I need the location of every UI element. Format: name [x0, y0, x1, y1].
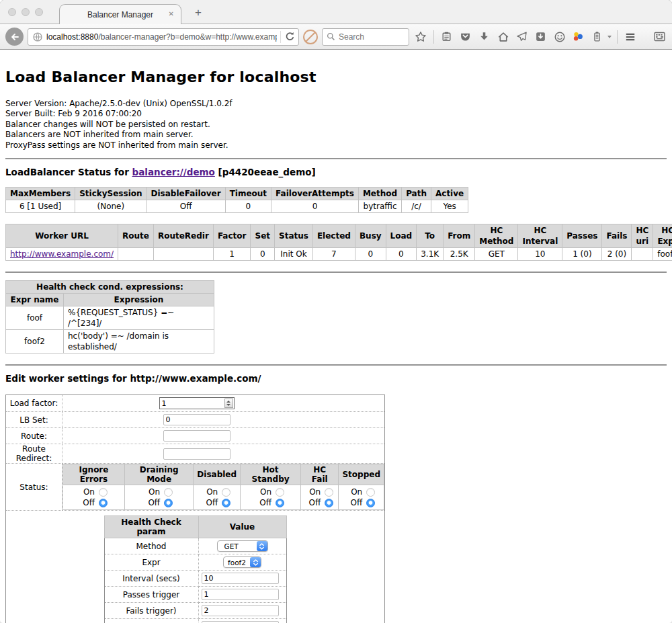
globe-icon[interactable]: [32, 32, 43, 42]
page-content: Load Balancer Manager for localhost Serv…: [0, 50, 672, 623]
col-maxmembers: MaxMembers: [6, 188, 75, 200]
tab-balancer-manager[interactable]: Balancer Manager ✕: [59, 4, 181, 24]
downloads-icon[interactable]: [477, 30, 492, 44]
send-tab-icon[interactable]: [515, 30, 530, 44]
disabled-on-radio[interactable]: [222, 488, 230, 497]
back-arrow-icon: [9, 32, 20, 42]
bookmark-star-icon[interactable]: [413, 30, 428, 44]
blocked-extension-icon[interactable]: [303, 30, 318, 44]
status-cell-hc-fail: On Off: [301, 485, 339, 510]
status-cell-stopped: On Off: [339, 485, 384, 510]
balancer-status-heading: LoadBalancer Status for balancer://demo …: [5, 167, 667, 177]
status-cell-disabled: On Off: [194, 485, 241, 510]
extension-download-icon[interactable]: [534, 30, 548, 44]
fails-label: Fails trigger): [104, 603, 198, 619]
close-window-button[interactable]: [8, 8, 16, 16]
hot-standby-on-radio[interactable]: [276, 488, 284, 497]
pocket-icon[interactable]: [458, 30, 473, 44]
form-row-load-factor: Load factor:: [6, 395, 385, 412]
form-row-lb-set: LB Set:: [6, 412, 385, 428]
ignore-errors-off-radio[interactable]: [99, 499, 108, 507]
status-cell-hot-standby: On Off: [241, 485, 301, 510]
col-expression: Expression: [64, 294, 214, 306]
server-version-line: Server Version: Apache/2.5.0-dev (Unix) …: [5, 99, 667, 109]
new-tab-button[interactable]: +: [195, 6, 202, 19]
zoom-window-button[interactable]: [35, 8, 43, 16]
disabled-off-radio[interactable]: [222, 499, 230, 507]
url-path: /balancer-manager?b=demo&w=http://www.ex…: [98, 32, 277, 42]
fails-input[interactable]: [202, 605, 279, 616]
draining-mode-off-radio[interactable]: [164, 499, 173, 507]
col-stopped: Stopped: [339, 464, 384, 485]
load-factor-label: Load factor:: [6, 395, 62, 412]
worker-url-link[interactable]: http://www.example.com/: [10, 249, 114, 259]
browser-window: Balancer Manager ✕ + localhost:8880/bala…: [0, 0, 672, 623]
toolbar-divider: [617, 30, 618, 44]
edit-worker-form: Load factor: LB Set: Route: Route Redire…: [5, 394, 385, 623]
col-active: Active: [431, 188, 468, 200]
proxypass-notice-line: ProxyPass settings are NOT inherited fro…: [5, 140, 667, 151]
edit-worker-heading: Edit worker settings for http://www.exam…: [5, 373, 667, 384]
method-select[interactable]: GET: [217, 540, 268, 552]
expr-row: foof %{REQUEST_STATUS} =~ /^[234]/: [6, 306, 214, 330]
route-label: Route:: [6, 428, 62, 444]
home-icon[interactable]: [496, 30, 511, 44]
session-manager-icon[interactable]: [590, 30, 605, 44]
load-factor-input[interactable]: [160, 399, 224, 408]
route-redirect-input[interactable]: [163, 448, 230, 460]
select-arrows-icon: [250, 557, 261, 567]
keyboard-grid-icon[interactable]: [652, 30, 667, 44]
emoji-extension-icon[interactable]: [552, 30, 567, 44]
chevron-down-icon[interactable]: [607, 36, 612, 38]
expr-row: foof2 hc('body') =~ /domain is establish…: [6, 330, 214, 354]
menu-hamburger-icon[interactable]: [623, 30, 638, 44]
search-bar[interactable]: [322, 28, 409, 46]
load-factor-field[interactable]: [159, 397, 235, 409]
url-domain: localhost:8880: [46, 32, 98, 42]
balancer-demo-link[interactable]: balancer://demo: [132, 167, 215, 177]
col-expr-name: Expr name: [6, 294, 64, 306]
number-stepper-icon[interactable]: [224, 399, 233, 408]
workers-table: Worker URL Route RouteRedir Factor Set S…: [5, 224, 672, 261]
lb-set-input[interactable]: [163, 414, 230, 425]
minimize-window-button[interactable]: [22, 8, 30, 16]
reload-icon[interactable]: [284, 31, 296, 42]
hc-passes-row: Passes trigger: [104, 587, 286, 603]
toolbar-divider: [433, 30, 434, 44]
back-button[interactable]: [5, 28, 24, 46]
route-input[interactable]: [163, 430, 230, 442]
bookmarks-menu-icon[interactable]: [439, 30, 454, 44]
stopped-off-radio[interactable]: [366, 499, 375, 507]
hc-fail-off-radio[interactable]: [325, 499, 333, 507]
hot-standby-off-radio[interactable]: [276, 499, 284, 507]
hc-fail-on-radio[interactable]: [325, 488, 333, 497]
interval-input[interactable]: [202, 573, 279, 584]
draining-mode-on-radio[interactable]: [164, 488, 173, 497]
tab-bar: Balancer Manager ✕ +: [0, 0, 672, 24]
hc-uri-label: HC uri: [104, 619, 198, 623]
hc-interval-row: Interval (secs): [104, 571, 286, 587]
expr-select[interactable]: foof2: [223, 556, 261, 568]
col-disabled: Disabled: [194, 464, 241, 485]
col-timeout: Timeout: [225, 188, 271, 200]
form-row-route-redirect: Route Redirect:: [6, 444, 385, 464]
search-input[interactable]: [339, 32, 399, 42]
inherit-notice-line: Balancers are NOT inherited from main se…: [5, 130, 667, 140]
window-controls[interactable]: [8, 8, 43, 16]
interval-label: Interval (secs): [104, 571, 198, 587]
ignore-errors-on-radio[interactable]: [99, 488, 108, 497]
form-row-hc-params: Health Check param Value Method GET: [6, 511, 385, 623]
passes-input[interactable]: [202, 589, 279, 600]
url-text[interactable]: localhost:8880/balancer-manager?b=demo&w…: [46, 32, 277, 42]
hc-fails-row: Fails trigger): [104, 603, 286, 619]
col-hc-param: Health Check param: [104, 516, 198, 538]
form-row-status: Status: Ignore Errors Draining Mode Disa…: [6, 464, 385, 511]
col-path: Path: [402, 188, 431, 200]
col-stickysession: StickySession: [75, 188, 146, 200]
col-hc-fail: HC Fail: [301, 464, 339, 485]
url-bar[interactable]: localhost:8880/balancer-manager?b=demo&w…: [28, 28, 299, 46]
tab-close-icon[interactable]: ✕: [169, 10, 174, 18]
download-helper-icon[interactable]: [571, 30, 586, 44]
stopped-on-radio[interactable]: [366, 488, 375, 497]
lb-set-label: LB Set:: [6, 412, 62, 428]
